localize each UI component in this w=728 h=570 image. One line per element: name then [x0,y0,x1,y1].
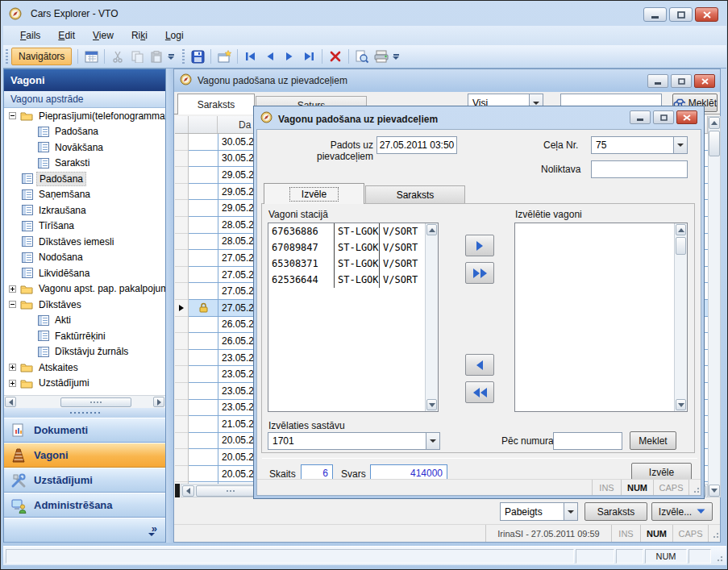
print-icon[interactable] [372,48,391,65]
print-preview-icon[interactable] [352,48,372,65]
toolbar-overflow-icon[interactable] [166,48,176,64]
dialog-close-button[interactable] [676,110,697,124]
grid-scroll-down-icon[interactable] [709,485,720,497]
menu-item-riki[interactable]: Riki [123,27,156,44]
tree-item[interactable]: Pieprasījumi(telefonogrammas) [4,108,165,124]
left-list-vscrollbar[interactable] [425,223,438,411]
grid-vscroll-thumb[interactable] [709,131,720,156]
first-record-icon[interactable] [241,48,260,65]
prev-record-icon[interactable] [260,48,280,65]
tree-item[interactable]: Vagonu apst. pap. pakalpojumi [4,281,165,297]
mdi-minimize-button[interactable] [647,74,668,88]
tree-item[interactable]: Dīkstāves iemesli [4,234,165,250]
sastavu-combo-dropdown-icon[interactable] [426,433,439,449]
dialog-tab-izvele[interactable]: Izvēle [264,183,364,204]
toolbar-overflow-icon-2[interactable] [391,48,401,64]
cut-icon[interactable] [108,48,127,65]
menu-item-logi[interactable]: Logi [156,27,193,44]
delete-icon[interactable] [326,48,345,65]
sidebar-hscroll-thumb[interactable] [60,397,131,407]
dialog-tab-saraksts[interactable]: Saraksts [365,185,465,204]
tree-toggle-icon[interactable] [9,285,16,293]
noliktava-field[interactable] [591,160,688,178]
tree-item[interactable]: Uzstādījumi [4,376,165,392]
scroll-left-icon[interactable] [5,397,16,407]
wagon-row[interactable]: 67089847ST-LGOKV/SORT [268,239,425,256]
copy-icon[interactable] [127,48,147,65]
wagon-row[interactable]: 67636886ST-LGOKV/SORT [268,223,425,239]
wagons-station-list[interactable]: 67636886ST-LGOKV/SORT67089847ST-LGOKV/SO… [268,223,439,412]
menu-item-view[interactable]: View [84,27,123,44]
sidebar-splitter[interactable] [4,408,165,418]
mdi-close-button[interactable] [694,74,715,88]
izvele-menu-button[interactable]: Izvēle... [651,502,713,521]
dialog-minimize-button[interactable] [630,110,651,124]
cela-combo[interactable]: 75 [591,136,688,154]
nav-button-administrēšana[interactable]: Administrēšana [4,493,165,518]
move-all-left-button[interactable] [465,381,494,403]
grid-vscrollbar[interactable] [708,116,721,497]
sidebar-hscrollbar[interactable] [4,395,165,408]
tree-item[interactable]: Atskaites [4,360,165,376]
navigator-toggle-button[interactable]: Navigātors [11,48,72,65]
grid-scroll-left-icon[interactable] [182,485,194,497]
move-right-button[interactable] [465,235,494,256]
last-record-icon[interactable] [299,48,318,65]
tree-item[interactable]: Dīkstāves [4,297,165,313]
nav-button-dokumenti[interactable]: Dokumenti [4,418,165,443]
left-list-scroll-up-icon[interactable] [426,224,437,235]
tree-toggle-icon[interactable] [9,380,16,387]
dialog-title-bar[interactable]: Vagonu padošana uz pievadceļiem [256,109,701,129]
saraksts-button[interactable]: Saraksts [584,502,647,521]
tab-saraksts[interactable]: Saraksts [177,94,255,114]
move-all-right-button[interactable] [465,262,494,284]
mdi-restore-button[interactable] [671,74,692,88]
meklet-button[interactable]: Meklet [630,431,676,450]
grid-date-column-header[interactable]: Da [239,119,251,131]
grid-scroll-up-icon[interactable] [709,117,720,129]
nav-button-uzstādījumi[interactable]: Uzstādījumi [4,468,165,493]
left-list-scroll-down-icon[interactable] [426,399,437,410]
mdi-resize-grip[interactable] [709,525,720,542]
tree-item[interactable]: Akti [4,313,165,329]
tree-item[interactable]: Faktūrrēķini [4,328,165,344]
tree-item[interactable]: Dīkstāvju žurnāls [4,344,165,360]
padots-field[interactable]: 27.05.2011 03:50 [376,136,457,154]
tree-item[interactable]: Izkraušana [4,202,165,218]
main-vertical-splitter[interactable] [166,69,173,543]
tree-toggle-icon[interactable] [9,112,16,119]
right-list-vscrollbar[interactable] [674,223,687,411]
tree-item[interactable]: Novākšana [4,139,165,156]
wagon-row[interactable]: 65308371ST-LGOKV/SORT [268,256,425,272]
app-resize-grip[interactable] [713,548,724,564]
menu-item-fails[interactable]: Fails [11,27,49,44]
tree-item[interactable]: Padošana [4,124,165,140]
paste-icon[interactable] [147,48,166,65]
tree-item[interactable]: Saņemšana [4,187,165,203]
restore-button[interactable] [669,7,693,22]
cela-combo-dropdown-icon[interactable] [673,137,687,153]
state-combo-dropdown-icon[interactable] [564,503,577,520]
tree-item[interactable]: Padošana [4,171,165,187]
right-list-scroll-up-icon[interactable] [676,224,686,235]
sastavu-combo[interactable]: 1701 [268,432,440,450]
new-record-icon[interactable] [214,48,234,65]
right-list-scroll-down-icon[interactable] [676,399,686,410]
save-icon[interactable] [188,48,207,65]
minimize-button[interactable] [643,7,667,22]
mdi-title-bar[interactable]: Vagonu padošana uz pievadceļiem [174,69,720,92]
tree-item[interactable]: Nodošana [4,250,165,266]
dialog-resize-grip[interactable] [689,480,701,495]
move-left-button[interactable] [465,354,494,376]
tree-item[interactable]: Saraksti [4,156,165,172]
state-combo[interactable]: Pabeigts [500,502,578,521]
selected-wagons-list[interactable] [514,223,688,412]
menu-item-edit[interactable]: Edit [49,27,84,44]
tree-item[interactable]: Tīrīšana [4,218,165,235]
dialog-restore-button[interactable] [653,110,674,124]
scroll-right-icon[interactable] [153,397,164,407]
toolbar-grip-2[interactable] [182,49,185,64]
next-record-icon[interactable] [280,48,299,65]
wagon-row[interactable]: 62536644ST-LGOKV/SORT [268,272,425,288]
calendar-icon[interactable] [81,48,101,65]
